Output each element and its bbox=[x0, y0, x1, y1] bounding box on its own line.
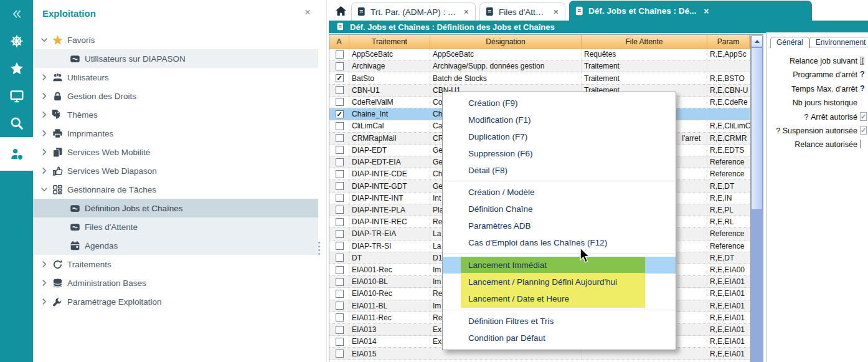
column-header[interactable]: Param bbox=[707, 35, 750, 48]
row-checkbox[interactable] bbox=[336, 290, 344, 298]
chevron-right-icon[interactable] bbox=[40, 148, 49, 156]
sidebar-item-9[interactable]: Définition Jobs et Chaînes bbox=[33, 199, 318, 217]
chevron-right-icon[interactable] bbox=[40, 73, 49, 82]
menu-item[interactable]: Cas d'Emploi dans les Chaînes (F12) bbox=[443, 234, 676, 251]
row-checkbox[interactable] bbox=[336, 98, 344, 106]
field-checkbox[interactable]: ✓ bbox=[860, 112, 867, 121]
chevron-right-icon[interactable] bbox=[40, 260, 49, 269]
row-checkbox[interactable] bbox=[336, 278, 344, 286]
chevron-right-icon[interactable] bbox=[40, 297, 49, 306]
sidebar-item-12[interactable]: Traitements bbox=[33, 255, 318, 274]
sidebar-item-5[interactable]: Imprimantes bbox=[33, 124, 318, 143]
table-row[interactable]: ArchivageArchivage/Supp. données gestion… bbox=[329, 60, 750, 72]
field-checkbox[interactable] bbox=[860, 140, 861, 148]
sidebar-item-1[interactable]: Utilisateurs sur DIAPASON bbox=[33, 49, 318, 68]
row-checkbox[interactable] bbox=[336, 254, 344, 262]
column-header[interactable]: Désignation bbox=[430, 35, 582, 48]
row-checkbox[interactable] bbox=[336, 350, 344, 358]
close-icon[interactable]: × bbox=[704, 6, 709, 16]
row-checkbox[interactable] bbox=[336, 266, 344, 274]
row-checkbox[interactable] bbox=[336, 194, 344, 202]
row-checkbox[interactable] bbox=[336, 170, 344, 178]
menu-item[interactable]: Création / Modèle bbox=[443, 184, 676, 201]
panel-splitter-handle[interactable] bbox=[317, 240, 322, 259]
close-icon[interactable]: × bbox=[554, 7, 559, 17]
collapse-left-icon[interactable] bbox=[0, 0, 33, 27]
row-checkbox[interactable] bbox=[336, 146, 344, 154]
menu-item[interactable]: Modification (F1) bbox=[443, 112, 676, 128]
chevron-right-icon[interactable] bbox=[40, 92, 49, 100]
sidebar-item-0[interactable]: Favoris bbox=[33, 31, 318, 49]
sidebar-item-7[interactable]: Services Web Diapason bbox=[33, 161, 318, 180]
menu-item[interactable]: Définition Chaîne bbox=[443, 201, 676, 217]
close-icon[interactable]: × bbox=[464, 7, 469, 17]
chevron-down-icon[interactable] bbox=[40, 36, 49, 44]
menu-item[interactable]: Création (F9) bbox=[443, 95, 676, 112]
menu-item[interactable]: Définition Filtres et Tris bbox=[443, 313, 676, 330]
vertical-scrollbar[interactable] bbox=[750, 36, 763, 362]
search-icon[interactable] bbox=[0, 110, 33, 137]
chevron-down-icon[interactable] bbox=[40, 185, 49, 194]
star-icon[interactable] bbox=[0, 55, 33, 82]
row-checkbox[interactable] bbox=[336, 326, 344, 334]
tab-1[interactable]: Files d'Attente× bbox=[479, 2, 565, 21]
lookup-button[interactable]: [ bbox=[860, 57, 864, 65]
sidebar-item-4[interactable]: Thèmes bbox=[33, 105, 318, 124]
scrollbar-thumb[interactable] bbox=[751, 47, 763, 210]
row-checkbox[interactable] bbox=[336, 158, 344, 166]
scroll-up-icon[interactable] bbox=[751, 36, 763, 47]
menu-item[interactable]: Suppression (F6) bbox=[443, 145, 676, 162]
sidebar-item-11[interactable]: Agendas bbox=[33, 236, 318, 255]
table-row[interactable]: ✓BatStoBatch de StocksTraitementR,E,BSTO bbox=[329, 72, 750, 84]
close-icon[interactable]: × bbox=[304, 7, 311, 17]
row-checkbox[interactable] bbox=[336, 182, 344, 190]
field-checkbox[interactable]: ✓ bbox=[860, 126, 867, 135]
row-checkbox[interactable] bbox=[336, 206, 344, 214]
sidebar-item-10[interactable]: Files d'Attente bbox=[33, 217, 318, 236]
help-icon[interactable]: ? bbox=[860, 84, 865, 93]
menu-item[interactable]: Paramètres ADB bbox=[443, 217, 676, 234]
row-checkbox[interactable] bbox=[336, 230, 344, 238]
tab-général[interactable]: Général bbox=[770, 37, 809, 48]
menu-item[interactable]: Lancement / Date et Heure bbox=[443, 290, 676, 307]
tab-0[interactable]: Trt. Par. (ADM-AP) : Trait...× bbox=[351, 2, 476, 21]
wheel-icon[interactable] bbox=[0, 27, 33, 55]
user-shield-icon[interactable] bbox=[0, 137, 33, 171]
menu-item[interactable]: Lancement Immédiat bbox=[443, 257, 676, 274]
menu-item[interactable]: Condition par Défaut bbox=[443, 330, 676, 346]
chevron-right-icon[interactable] bbox=[40, 129, 49, 138]
row-checkbox[interactable] bbox=[336, 134, 344, 142]
sidebar-item-3[interactable]: Gestion des Droits bbox=[33, 87, 318, 105]
menu-item[interactable]: Duplication (F7) bbox=[443, 128, 676, 145]
sidebar-item-8[interactable]: Gestionnaire de Tâches bbox=[33, 180, 318, 199]
row-checkbox[interactable] bbox=[336, 313, 344, 322]
column-header[interactable]: File Attente bbox=[582, 35, 707, 48]
menu-item[interactable]: Détail (F8) bbox=[443, 162, 676, 179]
row-checkbox[interactable]: ✓ bbox=[336, 74, 344, 82]
column-header[interactable]: A bbox=[329, 35, 349, 48]
home-icon[interactable] bbox=[331, 2, 350, 19]
row-checkbox[interactable] bbox=[336, 302, 344, 310]
chevron-right-icon[interactable] bbox=[40, 166, 49, 175]
sidebar-item-13[interactable]: Administration Bases bbox=[33, 274, 318, 292]
row-checkbox[interactable] bbox=[336, 242, 344, 250]
monitor-icon[interactable] bbox=[0, 82, 33, 110]
chevron-right-icon[interactable] bbox=[40, 279, 49, 287]
sidebar-item-2[interactable]: Utilisateurs bbox=[33, 68, 318, 87]
menu-item[interactable]: Lancement / Planning Défini Aujourd'hui bbox=[443, 274, 676, 290]
column-header[interactable]: Traitement bbox=[349, 35, 430, 48]
row-checkbox[interactable] bbox=[336, 50, 344, 59]
row-checkbox[interactable] bbox=[336, 218, 344, 226]
chevron-right-icon[interactable] bbox=[40, 110, 49, 119]
row-checkbox[interactable] bbox=[336, 86, 344, 94]
tab-2[interactable]: Déf. Jobs et Chaînes : Dé...× bbox=[569, 1, 812, 21]
row-checkbox[interactable] bbox=[336, 62, 344, 70]
table-row[interactable]: AppSceBatcAppSceBatcRequêtesR,E,AppSc bbox=[329, 49, 750, 60]
row-checkbox[interactable] bbox=[336, 338, 344, 346]
help-icon[interactable]: ? bbox=[860, 70, 865, 79]
sidebar-item-6[interactable]: Services Web Mobilité bbox=[33, 143, 318, 161]
menu-item-label: Définition Chaîne bbox=[468, 204, 533, 214]
sidebar-item-14[interactable]: Paramétrage Exploitation bbox=[33, 292, 318, 311]
row-checkbox[interactable]: ✓ bbox=[336, 110, 344, 118]
row-checkbox[interactable] bbox=[336, 122, 344, 130]
